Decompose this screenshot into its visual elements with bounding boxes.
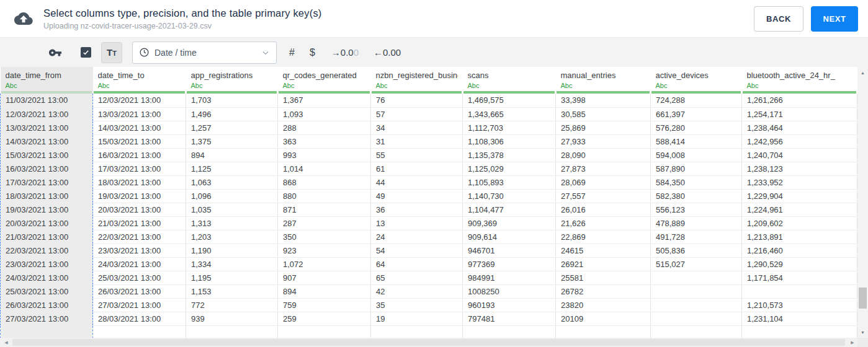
table-cell: 1,203 (186, 230, 278, 244)
table-cell: 1008250 (463, 284, 556, 298)
currency-type-icon[interactable]: $ (310, 47, 315, 58)
table-row: 11/03/2021 13:0012/03/2021 13:001,7031,3… (1, 94, 857, 107)
table-cell: 287 (278, 216, 371, 230)
table-cell: 22/03/2021 13:00 (1, 244, 93, 257)
table-cell: 24/03/2021 13:00 (1, 271, 93, 284)
table-cell: 28,069 (556, 175, 651, 189)
table-cell: 259 (278, 312, 371, 325)
table-cell: 1,216,460 (742, 244, 857, 257)
table-cell: 759 (278, 298, 371, 312)
column-type-bar (743, 91, 856, 94)
column-header[interactable]: app_registrationsAbc (186, 67, 278, 94)
table-cell: 27/03/2021 13:00 (1, 312, 93, 325)
table-cell: 1,153 (186, 284, 278, 298)
column-header[interactable]: active_devicesAbc (651, 67, 742, 94)
text-type-button[interactable]: Tt (101, 42, 122, 63)
table-cell: 18/03/2021 13:00 (1, 189, 93, 203)
table-cell: 1,096 (186, 189, 278, 203)
table-cell: 13 (371, 216, 463, 230)
table-cell: 49 (371, 189, 463, 203)
column-header[interactable]: manual_entriesAbc (556, 67, 651, 94)
column-type-label: Abc (191, 82, 273, 89)
table-cell: 1,104,477 (463, 203, 556, 216)
table-cell: 1,343,665 (463, 107, 556, 121)
table-cell: 16/03/2021 13:00 (1, 162, 93, 175)
column-type-bar (463, 91, 555, 94)
back-button[interactable]: BACK (754, 6, 803, 32)
table-cell: 1,375 (186, 134, 278, 148)
column-header[interactable]: date_time_toAbc (93, 67, 186, 94)
upload-wizard-page: Select columns type, precision, and the … (0, 0, 868, 347)
table-cell: 13/03/2021 13:00 (1, 121, 93, 134)
table-cell: 1,261,266 (742, 94, 857, 107)
table-cell: 17/03/2021 13:00 (1, 175, 93, 189)
column-header[interactable]: qr_codes_generatedAbc (278, 67, 371, 94)
decrease-precision-button[interactable]: ←0.00 (374, 47, 401, 58)
table-cell: 582,380 (651, 189, 742, 203)
column-name: date_time_to (98, 71, 181, 80)
increase-precision-label: →0.0 (331, 47, 354, 58)
table-cell: 24615 (556, 244, 651, 257)
table-cell: 909,369 (463, 216, 556, 230)
table-cell: 1,313 (186, 216, 278, 230)
table-cell: 19 (371, 312, 463, 325)
column-header[interactable]: bluetooth_active_24_hr_Abc (742, 67, 857, 94)
table-cell: 1,210,573 (742, 298, 857, 312)
include-column-checkbox[interactable] (81, 47, 91, 58)
table-cell: 1,231,104 (742, 312, 857, 325)
table-row: 21/03/2021 13:0022/03/2021 13:001,203350… (1, 230, 857, 244)
table-cell: 21/03/2021 13:00 (93, 216, 186, 230)
table-cell: 20/03/2021 13:00 (1, 216, 93, 230)
column-type-label: Abc (376, 82, 458, 89)
table-cell: 1,035 (186, 203, 278, 216)
scroll-down-arrow[interactable]: ▼ (857, 328, 868, 336)
table-cell: 19/03/2021 13:00 (93, 189, 186, 203)
vertical-scroll-thumb[interactable] (859, 288, 867, 309)
table-row: 14/03/2021 13:0015/03/2021 13:001,375363… (1, 134, 857, 148)
table-cell: 1,135,378 (463, 148, 556, 162)
table-cell (651, 284, 742, 298)
column-name: active_devices (656, 71, 737, 80)
horizontal-scroll-thumb[interactable] (12, 339, 845, 346)
table-cell (742, 325, 857, 338)
table-cell: 25/03/2021 13:00 (93, 271, 186, 284)
column-header[interactable]: nzbn_registered_busineAbc (371, 67, 463, 94)
table-row: 25/03/2021 13:0026/03/2021 13:001,153894… (1, 284, 857, 298)
scroll-up-arrow[interactable]: ▲ (857, 68, 868, 77)
table-cell: 1,254,171 (742, 107, 857, 121)
table-cell: 288 (278, 121, 371, 134)
column-type-value: Date / time (154, 48, 261, 58)
primary-key-icon[interactable] (48, 46, 62, 59)
column-header[interactable]: scansAbc (463, 67, 556, 94)
vertical-scrollbar[interactable]: ▲ ▼ (857, 67, 868, 338)
table-cell: 939 (186, 312, 278, 325)
table-row: 18/03/2021 13:0019/03/2021 13:001,096880… (1, 189, 857, 203)
scroll-left-arrow[interactable]: ◀ (1, 338, 11, 347)
table-cell: 894 (278, 284, 371, 298)
table-cell: 1,242,956 (742, 134, 857, 148)
table-cell (93, 325, 186, 338)
table-cell: 20109 (556, 312, 651, 325)
table-cell: 1,238,464 (742, 121, 857, 134)
column-type-dropdown[interactable]: Date / time (132, 42, 277, 64)
column-type-toolbar: Tt Date / time # $ →0.00 ←0.00 (0, 38, 868, 67)
table-cell (742, 284, 857, 298)
column-type-bar (651, 91, 741, 94)
increase-precision-button[interactable]: →0.00 (331, 47, 359, 58)
column-header[interactable]: date_time_fromAbc (1, 67, 93, 94)
table-cell: 16/03/2021 13:00 (93, 148, 186, 162)
table-cell (1, 325, 93, 338)
table-cell: 13/03/2021 13:00 (93, 107, 186, 121)
table-cell: 1,112,703 (463, 121, 556, 134)
table-cell: 993 (278, 148, 371, 162)
column-type-bar (94, 91, 185, 94)
table-cell: 21,626 (556, 216, 651, 230)
scroll-right-arrow[interactable]: ▶ (848, 338, 857, 347)
table-cell: 20/03/2021 13:00 (93, 203, 186, 216)
number-type-icon[interactable]: # (289, 47, 295, 58)
table-cell: 27,873 (556, 162, 651, 175)
horizontal-scrollbar[interactable]: ◀ ▶ (0, 338, 857, 347)
next-button[interactable]: NEXT (811, 6, 858, 32)
column-type-label: Abc (6, 82, 88, 89)
table-cell: 25/03/2021 13:00 (1, 284, 93, 298)
